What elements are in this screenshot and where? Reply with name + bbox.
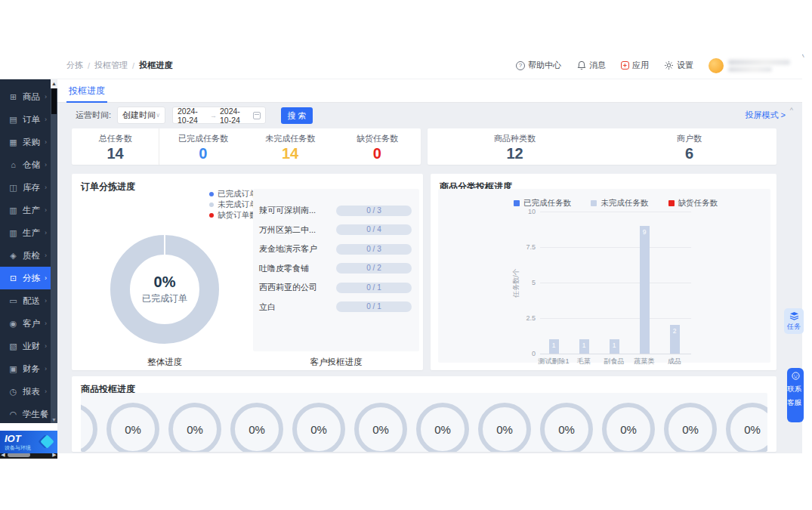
bar-value-label: 1 (610, 342, 619, 349)
breadcrumb-item[interactable]: 分拣 (66, 60, 83, 71)
chevron-right-icon: › (45, 252, 47, 259)
contact-service-button[interactable]: 联系客服 (787, 368, 804, 422)
sidebar-item-配送[interactable]: ▭配送› (0, 289, 51, 312)
category-chart-card: 商品分类投框进度 已完成任务数未完成任务数缺货任务数02.557.510任务数/… (431, 174, 776, 370)
customer-progress-pill: 0 / 1 (336, 301, 412, 312)
gridline (540, 283, 691, 283)
sidebar-menu: ⊞商品›▤订单›▦采购›⌂仓储›◫库存›▥生产›▥生产›◈质检›⊡分拣›▭配送›… (0, 85, 51, 425)
customer-progress-pill: 0 / 4 (336, 224, 412, 235)
scroll-up-icon[interactable]: ▲ (51, 79, 57, 88)
cube-icon (40, 434, 54, 448)
stat-label: 缺货任务数 (334, 133, 421, 144)
help-center-button[interactable]: ? 帮助中心 (516, 60, 561, 71)
customer-row: 西西莉亚的公司0 / 1 (253, 278, 419, 298)
product-progress-circle: 0% (81, 403, 97, 452)
stat-未完成任务数: 未完成任务数14 (247, 128, 334, 165)
stat-商品种类数: 商品种类数12 (428, 128, 602, 165)
student-meal-icon: ◠ (8, 410, 18, 419)
donut-percent: 0% (154, 274, 176, 291)
product-progress-circle: 0% (354, 403, 407, 452)
breadcrumb-item[interactable]: 投框管理 (94, 60, 128, 71)
customer-progress-pill: 0 / 1 (336, 283, 412, 293)
sidebar-item-采购[interactable]: ▦采购› (0, 131, 51, 153)
gridline (540, 318, 691, 319)
sidebar-item-label: 生产 (23, 227, 40, 239)
customer-progress-panel: 辣可可深圳南...0 / 3万州区第二中...0 / 4麦金地演示客户0 / 3… (253, 189, 419, 351)
y-tick-label: 7.5 (510, 243, 536, 251)
sidebar-item-label: 库存 (23, 182, 40, 193)
settings-button[interactable]: 设置 (664, 60, 693, 71)
bar-value-label: 1 (549, 342, 559, 349)
customer-progress-label: 客户投框进度 (253, 357, 419, 368)
sidebar-item-分拣[interactable]: ⊡分拣› (0, 267, 51, 289)
chevron-right-icon: › (45, 161, 47, 168)
apps-button[interactable]: + 应用 (621, 60, 649, 71)
sidebar-item-label: 仓储 (23, 159, 40, 171)
sidebar-item-财务[interactable]: ▣财务› (0, 357, 51, 380)
stat-label: 总任务数 (72, 133, 159, 144)
bell-icon (576, 60, 586, 70)
user-menu[interactable] (709, 58, 790, 73)
bar-毛菜: 1 (579, 339, 589, 354)
sidebar-item-label: 财务 (23, 363, 40, 375)
date-range-input[interactable]: 2024-10-24 → 2024-10-24 (172, 107, 266, 124)
chevron-right-icon: › (45, 206, 47, 214)
stat-label: 未完成任务数 (247, 133, 334, 144)
stat-label: 商户数 (602, 133, 776, 144)
customer-row: 万州区第二中...0 / 4 (253, 221, 419, 240)
sidebar-item-客户[interactable]: ◉客户› (0, 312, 51, 335)
y-tick-label: 10 (510, 208, 536, 215)
iot-module-button[interactable]: IOT 设备与环境 (0, 431, 57, 453)
customer-progress-pill: 0 / 3 (336, 244, 412, 255)
sidebar-item-label: 商品 (23, 91, 40, 103)
gear-icon (664, 60, 674, 70)
time-type-select[interactable]: 创建时间 ∨ (117, 107, 165, 124)
legend-label: 未完成任务数 (601, 198, 648, 209)
cast-mode-link[interactable]: 投屏模式 > (746, 110, 786, 121)
legend-label: 缺货订单数 (218, 210, 258, 221)
bar-测试删除1: 1 (549, 339, 559, 354)
customer-name: 辣可可深圳南... (259, 205, 316, 216)
sidebar-item-商品[interactable]: ⊞商品› (0, 85, 51, 108)
quality-icon: ◈ (8, 251, 18, 261)
customer-progress-pill: 0 / 3 (336, 206, 412, 216)
messages-button[interactable]: 消息 (576, 60, 606, 71)
product-progress-circle: 0% (416, 403, 469, 452)
customers-icon: ◉ (8, 319, 18, 329)
avatar[interactable] (709, 58, 724, 73)
inventory-icon: ◫ (8, 183, 18, 193)
tab-bar: 投框进度 (57, 79, 802, 103)
sidebar-vertical-scrollbar[interactable]: ▲ ▼ (51, 79, 57, 423)
legend-item[interactable]: 已完成任务数 (514, 198, 571, 209)
stat-已完成任务数: 已完成任务数0 (159, 128, 246, 165)
chevron-right-icon: › (45, 93, 47, 100)
breadcrumb: 分拣/投框管理/投框进度 (66, 51, 172, 79)
legend-item[interactable]: 缺货任务数 (668, 198, 718, 209)
chevron-down-icon: ∨ (156, 112, 160, 119)
sidebar-item-学生餐[interactable]: ◠学生餐› (0, 403, 51, 425)
stat-value: 14 (247, 145, 334, 162)
top-header: 分拣/投框管理/投框进度 ? 帮助中心 消息 + 应用 (0, 51, 802, 79)
production-icon: ▥ (8, 228, 18, 238)
tab-frame-progress[interactable]: 投框进度 (66, 79, 107, 103)
time-type-value: 创建时间 (122, 110, 156, 121)
search-button[interactable]: 搜 索 (281, 107, 313, 124)
sidebar-item-业财[interactable]: ▧业财› (0, 335, 51, 357)
chevron-right-icon: › (45, 297, 47, 304)
breadcrumb-separator: / (88, 61, 90, 70)
sidebar-item-库存[interactable]: ◫库存› (0, 176, 51, 199)
scrollbar-thumb[interactable] (51, 88, 57, 114)
sidebar-item-仓储[interactable]: ⌂仓储› (0, 153, 51, 176)
sidebar-item-报表[interactable]: ◷报表› (0, 380, 51, 403)
task-float-button[interactable]: 任务 (784, 308, 804, 334)
sidebar-item-label: 配送 (23, 295, 40, 307)
chat-smile-icon (792, 372, 800, 380)
sidebar-item-生产[interactable]: ▥生产› (0, 221, 51, 244)
legend-item[interactable]: 未完成任务数 (591, 198, 648, 209)
scroll-down-icon[interactable]: ▼ (51, 417, 57, 422)
service-label-char: 客 (787, 398, 795, 406)
sidebar-item-质检[interactable]: ◈质检› (0, 244, 51, 267)
product-progress-card: 商品投框进度 0%0%0%0%0%0%0%0%0%0%0%0%0% (72, 376, 776, 452)
sidebar-item-生产[interactable]: ▥生产› (0, 199, 51, 221)
sidebar-item-订单[interactable]: ▤订单› (0, 108, 51, 131)
